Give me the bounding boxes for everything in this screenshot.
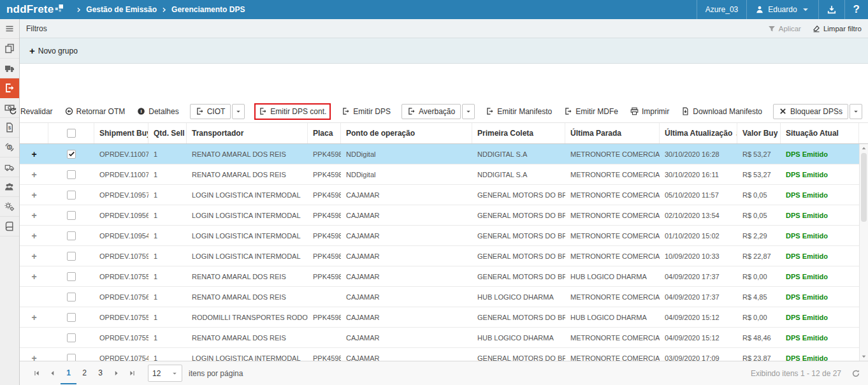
column-header-situacao[interactable]: Situação Atual xyxy=(786,129,839,138)
table-row[interactable]: +OPRDEV.1075411LOGIN LOGISTICA INTERMODA… xyxy=(20,348,859,361)
cell-coleta: GENERAL MOTORS DO BRASIL L... xyxy=(472,354,565,361)
vertical-scrollbar[interactable] xyxy=(859,144,868,361)
toolbar-button-10[interactable]: Imprimir xyxy=(629,105,670,119)
toolbar-button-6[interactable]: Emitir DPS xyxy=(340,105,392,119)
breadcrumb-item[interactable]: Gerenciamento DPS xyxy=(171,5,245,14)
select-all-checkbox[interactable] xyxy=(67,129,76,138)
row-checkbox[interactable] xyxy=(67,191,76,200)
expand-row-button[interactable]: + xyxy=(20,149,48,159)
toolbar-dropdown-4[interactable] xyxy=(232,104,245,119)
page-number-3[interactable]: 3 xyxy=(92,363,108,384)
scrollbar-thumb[interactable] xyxy=(861,153,867,222)
sidebar-item-truck[interactable] xyxy=(0,59,19,78)
page-size-select[interactable]: 12 xyxy=(148,365,182,382)
table-row[interactable]: +OPRDEV.1075951LOGIN LOGISTICA INTERMODA… xyxy=(20,246,859,266)
toolbar-button-9[interactable]: Emitir MDFe xyxy=(563,105,619,119)
toolbar-button-1[interactable]: Revalidar xyxy=(8,105,54,119)
help-button[interactable]: ? xyxy=(844,0,868,19)
table-row[interactable]: OPRDEV.1075601RENATO AMARAL DOS REISCAJA… xyxy=(20,287,859,307)
toolbar-button-11[interactable]: Download Manifesto xyxy=(680,105,763,119)
column-header-transportador[interactable]: Transportador xyxy=(192,129,243,138)
expand-row-button[interactable]: + xyxy=(20,353,48,361)
table-row[interactable]: +OPRDEV.1095741LOGIN LOGISTICA INTERMODA… xyxy=(20,185,859,205)
download-icon xyxy=(827,5,836,14)
table-row[interactable]: +OPRDEV.1095461LOGIN LOGISTICA INTERMODA… xyxy=(20,226,859,246)
clear-filter-button[interactable]: Limpar filtro xyxy=(813,25,862,33)
row-checkbox[interactable] xyxy=(67,272,76,281)
scroll-down-icon[interactable] xyxy=(861,354,867,360)
row-checkbox[interactable] xyxy=(67,293,76,301)
toolbar-button-12[interactable]: Bloquear DPSs xyxy=(773,104,848,119)
row-checkbox[interactable] xyxy=(67,354,76,361)
expand-row-button[interactable]: + xyxy=(20,231,48,241)
sidebar-item-money-exchange[interactable]: $ xyxy=(0,138,19,157)
sidebar-item-dispatch[interactable] xyxy=(0,78,19,98)
toolbar-button-8[interactable]: Emitir Manifesto xyxy=(484,105,553,119)
cell-atualizacao: 02/10/2020 13:54 xyxy=(660,212,737,219)
expand-row-button[interactable]: + xyxy=(20,210,48,221)
cell-ponto: CAJAMAR xyxy=(341,191,472,199)
page-number-1[interactable]: 1 xyxy=(61,363,76,384)
expand-row-button[interactable]: + xyxy=(20,272,48,282)
cell-ponto: CAJAMAR xyxy=(341,314,472,321)
sidebar-item-invoice-dollar[interactable]: $ xyxy=(0,118,19,138)
column-header-atualizacao[interactable]: Última Atualização xyxy=(665,129,732,138)
row-checkbox[interactable] xyxy=(67,170,76,179)
sidebar-item-ledger[interactable] xyxy=(0,217,19,236)
reload-button[interactable] xyxy=(851,369,860,378)
user-menu[interactable]: Eduardo xyxy=(746,0,818,19)
sidebar-item-copy[interactable] xyxy=(0,39,19,59)
expand-row-button[interactable]: + xyxy=(20,190,48,200)
column-header-ponto[interactable]: Ponto de operação xyxy=(346,129,415,138)
column-header-valor[interactable]: Valor Buy xyxy=(742,129,778,138)
expand-row-button[interactable]: + xyxy=(20,251,48,261)
sidebar-item-menu[interactable] xyxy=(0,19,19,39)
breadcrumb-item[interactable]: Gestão de Emissão xyxy=(86,5,157,14)
scroll-up-icon[interactable] xyxy=(861,145,867,151)
row-checkbox[interactable] xyxy=(67,211,76,220)
table-row[interactable]: +OPRDEV.1100781RENATO AMARAL DOS REISPPK… xyxy=(20,144,859,164)
row-checkbox[interactable] xyxy=(67,150,76,159)
row-checkbox[interactable] xyxy=(67,313,76,322)
toolbar-dropdown-7[interactable] xyxy=(462,104,475,119)
cell-placa: PPK4598 xyxy=(308,171,341,178)
table-row[interactable]: +OPRDEV.1095651LOGIN LOGISTICA INTERMODA… xyxy=(20,205,859,226)
toolbar-button-7[interactable]: Averbação xyxy=(401,104,461,119)
page-last-button[interactable] xyxy=(124,364,140,383)
doc-download-icon xyxy=(681,107,690,115)
sidebar-item-gears[interactable] xyxy=(0,197,19,217)
apply-filter-button[interactable]: Aplicar xyxy=(768,25,801,33)
column-header-qtd[interactable]: Qtd. Sell xyxy=(154,129,185,138)
table-row[interactable]: +OPRDEV.1075541RODOMILLI TRANSPORTES ROD… xyxy=(20,307,859,328)
toolbar-button-2[interactable]: Retornar OTM xyxy=(64,105,127,119)
cell-qtd: 1 xyxy=(148,150,187,158)
sidebar-item-vehicle-outline[interactable] xyxy=(0,157,19,177)
column-header-shipment[interactable]: Shipment Buy xyxy=(99,129,148,138)
toolbar-button-3[interactable]: iDetalhes xyxy=(136,105,180,119)
row-checkbox[interactable] xyxy=(67,333,76,342)
toolbar-button-5[interactable]: Emitir DPS cont. xyxy=(257,105,328,119)
expand-row-button[interactable]: + xyxy=(20,312,48,323)
page-next-button[interactable] xyxy=(108,364,124,383)
toolbar-dropdown-12[interactable] xyxy=(850,104,862,119)
column-header-coleta[interactable]: Primeira Coleta xyxy=(477,129,533,138)
cell-qtd: 1 xyxy=(148,354,187,361)
row-checkbox[interactable] xyxy=(67,252,76,261)
expand-row-button[interactable]: + xyxy=(20,170,48,180)
download-button[interactable] xyxy=(818,0,844,19)
table-row[interactable]: OPRDEV.1075551RENATO AMARAL DOS REISCAJA… xyxy=(20,328,859,348)
page-prev-button[interactable] xyxy=(45,364,61,383)
column-header-placa[interactable]: Placa xyxy=(313,129,333,138)
ledger-icon xyxy=(4,221,15,231)
sidebar-item-users[interactable] xyxy=(0,177,19,197)
cell-shipment: OPRDEV.110078 xyxy=(94,150,148,158)
page-number-2[interactable]: 2 xyxy=(76,363,92,384)
table-row[interactable]: +OPRDEV.1100771RENATO AMARAL DOS REISPPK… xyxy=(20,164,859,185)
new-group-button[interactable]: + Novo grupo xyxy=(29,47,78,55)
cell-parada: METRONORTE COMERCIAL DE V... xyxy=(565,212,660,219)
table-row[interactable]: +OPRDEV.1075591RENATO AMARAL DOS REISPPK… xyxy=(20,266,859,287)
column-header-parada[interactable]: Última Parada xyxy=(570,129,621,138)
row-checkbox[interactable] xyxy=(67,231,76,240)
page-first-button[interactable] xyxy=(29,364,45,383)
toolbar-button-4[interactable]: CIOT xyxy=(190,104,231,119)
